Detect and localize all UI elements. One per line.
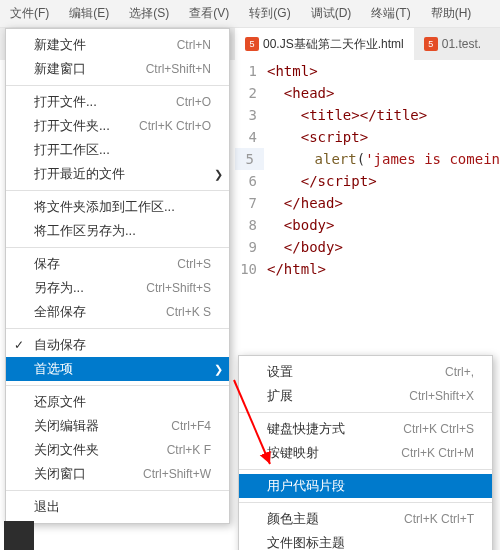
menubar-item[interactable]: 查看(V): [179, 1, 239, 26]
chevron-right-icon: ❯: [214, 363, 223, 376]
menu-item-shortcut: Ctrl+,: [445, 365, 474, 379]
menu-item[interactable]: 将工作区另存为...: [6, 219, 229, 243]
menu-separator: [6, 190, 229, 191]
code-line[interactable]: 9 </body>: [235, 236, 500, 258]
file-menu: 新建文件Ctrl+N新建窗口Ctrl+Shift+N打开文件...Ctrl+O打…: [5, 28, 230, 524]
menu-item-label: 保存: [34, 255, 60, 273]
menu-item[interactable]: 键盘快捷方式Ctrl+K Ctrl+S: [239, 417, 492, 441]
menu-item-shortcut: Ctrl+K Ctrl+M: [401, 446, 474, 460]
menu-item[interactable]: 关闭文件夹Ctrl+K F: [6, 438, 229, 462]
menu-item-label: 新建文件: [34, 36, 86, 54]
menu-item-label: 新建窗口: [34, 60, 86, 78]
menu-item-label: 文件图标主题: [267, 534, 345, 550]
code-line[interactable]: 6 </script>: [235, 170, 500, 192]
code-line[interactable]: 2 <head>: [235, 82, 500, 104]
menu-item[interactable]: 按键映射Ctrl+K Ctrl+M: [239, 441, 492, 465]
menu-item-shortcut: Ctrl+F4: [171, 419, 211, 433]
menu-item-shortcut: Ctrl+S: [177, 257, 211, 271]
menu-item[interactable]: 新建窗口Ctrl+Shift+N: [6, 57, 229, 81]
line-number: 4: [235, 126, 267, 148]
line-number: 1: [235, 60, 267, 82]
code-line[interactable]: 1<html>: [235, 60, 500, 82]
menu-item-shortcut: Ctrl+K F: [167, 443, 211, 457]
menu-item-label: 打开文件夹...: [34, 117, 110, 135]
menu-item-shortcut: Ctrl+K Ctrl+T: [404, 512, 474, 526]
preferences-submenu: 设置Ctrl+,扩展Ctrl+Shift+X键盘快捷方式Ctrl+K Ctrl+…: [238, 355, 493, 550]
menu-item[interactable]: 新建文件Ctrl+N: [6, 33, 229, 57]
menu-item-shortcut: Ctrl+K Ctrl+O: [139, 119, 211, 133]
editor-tab[interactable]: 501.test.: [414, 28, 491, 60]
menu-item[interactable]: 扩展Ctrl+Shift+X: [239, 384, 492, 408]
menubar-item[interactable]: 调试(D): [301, 1, 362, 26]
menubar-item[interactable]: 帮助(H): [421, 1, 482, 26]
menu-item-label: 首选项: [34, 360, 73, 378]
editor-tab[interactable]: 500.JS基础第二天作业.html: [235, 28, 414, 60]
code-line[interactable]: 5 alert('james is comein: [235, 148, 500, 170]
code-line[interactable]: 8 <body>: [235, 214, 500, 236]
code-content: </body>: [267, 236, 343, 258]
html-file-icon: 5: [245, 37, 259, 51]
menu-item-shortcut: Ctrl+N: [177, 38, 211, 52]
menu-item[interactable]: 全部保存Ctrl+K S: [6, 300, 229, 324]
menu-item[interactable]: 另存为...Ctrl+Shift+S: [6, 276, 229, 300]
menu-item[interactable]: 打开文件夹...Ctrl+K Ctrl+O: [6, 114, 229, 138]
line-number: 7: [235, 192, 267, 214]
menu-item-label: 扩展: [267, 387, 293, 405]
menu-separator: [6, 85, 229, 86]
menu-item[interactable]: ✓自动保存: [6, 333, 229, 357]
menu-item-label: 自动保存: [34, 336, 86, 354]
code-line[interactable]: 10</html>: [235, 258, 500, 280]
menu-item-label: 退出: [34, 498, 60, 516]
menu-item-shortcut: Ctrl+O: [176, 95, 211, 109]
menu-item[interactable]: 退出: [6, 495, 229, 519]
menubar-item[interactable]: 转到(G): [239, 1, 300, 26]
line-number: 8: [235, 214, 267, 236]
menu-item-label: 打开文件...: [34, 93, 97, 111]
menu-item[interactable]: 首选项❯: [6, 357, 229, 381]
menu-item-label: 将工作区另存为...: [34, 222, 136, 240]
code-line[interactable]: 7 </head>: [235, 192, 500, 214]
menubar-item[interactable]: 文件(F): [0, 1, 59, 26]
menu-item-label: 还原文件: [34, 393, 86, 411]
menu-separator: [239, 502, 492, 503]
code-line[interactable]: 4 <script>: [235, 126, 500, 148]
menu-item[interactable]: 打开最近的文件❯: [6, 162, 229, 186]
line-number: 6: [235, 170, 267, 192]
menu-item[interactable]: 颜色主题Ctrl+K Ctrl+T: [239, 507, 492, 531]
tab-label: 00.JS基础第二天作业.html: [263, 36, 404, 53]
menu-item-shortcut: Ctrl+K Ctrl+S: [403, 422, 474, 436]
code-line[interactable]: 3 <title></title>: [235, 104, 500, 126]
menu-item[interactable]: 文件图标主题: [239, 531, 492, 550]
menubar-item[interactable]: 选择(S): [119, 1, 179, 26]
menu-item-label: 关闭文件夹: [34, 441, 99, 459]
menu-item[interactable]: 关闭窗口Ctrl+Shift+W: [6, 462, 229, 486]
menu-item[interactable]: 用户代码片段: [239, 474, 492, 498]
activity-bar-fragment: [4, 521, 34, 550]
html-file-icon: 5: [424, 37, 438, 51]
menu-item-label: 打开工作区...: [34, 141, 110, 159]
line-number: 5: [235, 148, 264, 170]
menu-separator: [6, 385, 229, 386]
menu-item[interactable]: 将文件夹添加到工作区...: [6, 195, 229, 219]
code-content: <body>: [267, 214, 334, 236]
code-content: </html>: [267, 258, 326, 280]
menu-item-label: 关闭窗口: [34, 465, 86, 483]
menu-item[interactable]: 设置Ctrl+,: [239, 360, 492, 384]
line-number: 2: [235, 82, 267, 104]
menu-item-label: 将文件夹添加到工作区...: [34, 198, 175, 216]
menu-item[interactable]: 关闭编辑器Ctrl+F4: [6, 414, 229, 438]
line-number: 9: [235, 236, 267, 258]
menu-item[interactable]: 还原文件: [6, 390, 229, 414]
menu-item[interactable]: 打开文件...Ctrl+O: [6, 90, 229, 114]
menu-item[interactable]: 打开工作区...: [6, 138, 229, 162]
menubar-item[interactable]: 终端(T): [361, 1, 420, 26]
line-number: 3: [235, 104, 267, 126]
menu-separator: [6, 490, 229, 491]
code-content: </script>: [267, 170, 377, 192]
menubar-item[interactable]: 编辑(E): [59, 1, 119, 26]
menu-item-label: 全部保存: [34, 303, 86, 321]
menu-item[interactable]: 保存Ctrl+S: [6, 252, 229, 276]
menu-separator: [6, 247, 229, 248]
chevron-right-icon: ❯: [214, 168, 223, 181]
code-content: <title></title>: [267, 104, 427, 126]
